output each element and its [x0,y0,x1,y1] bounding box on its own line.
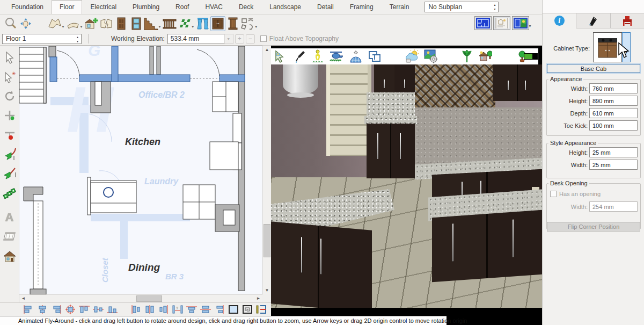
walkthrough-person-icon[interactable] [311,50,325,63]
has-an-opening-checkbox[interactable] [550,191,557,197]
render-3d-scene[interactable] [271,64,542,308]
floor-tile-tool-icon[interactable] [177,16,192,31]
tab-info[interactable]: i [543,13,576,28]
tab-floor[interactable]: Floor [52,0,82,14]
cabinet-type-thumbnail[interactable] [593,32,622,62]
floor-plan-2d-view[interactable]: G H [19,46,262,294]
floor-select[interactable]: Floor 1 ▲▼ [2,34,82,44]
scroll-left-arrow[interactable]: ◄ [19,295,27,302]
tab-deck[interactable]: Deck [231,0,261,14]
working-elevation-input[interactable]: 533.4 mm [167,34,224,44]
zoom-tool-icon[interactable] [3,16,18,31]
split-tool-icon[interactable] [2,125,18,145]
scroll-up-arrow[interactable]: ▲ [263,46,271,54]
elevation-plus-button[interactable]: + [235,34,244,44]
align-left-icon[interactable] [21,304,35,315]
select-alt-tool-icon[interactable]: ✳ [2,67,18,86]
space-custom-icon[interactable]: ? [171,304,185,315]
elevation-view-button[interactable] [493,16,510,30]
tab-landscape[interactable]: Landscape [261,0,309,14]
tab-hvac[interactable]: HVAC [197,0,230,14]
view-mode-caret[interactable]: ▼ [528,24,532,28]
landscape-chain-tool-icon[interactable] [2,183,18,203]
align-to-origin-icon[interactable] [63,304,77,315]
door-tool-icon[interactable] [114,16,129,31]
stairs-tool-caret[interactable]: ▼ [158,25,162,28]
align-bottom-icon[interactable] [105,304,119,315]
float-above-topography-checkbox[interactable] [260,35,267,42]
shapes-tool-icon[interactable] [240,16,255,31]
base-cab-button[interactable]: Base Cab [547,64,640,73]
depth-input[interactable] [589,108,638,118]
shapes-tool-caret[interactable]: ▼ [254,25,258,28]
material-eyedropper-icon[interactable] [292,50,306,63]
text-tool-icon[interactable]: A [2,208,18,227]
scroll-down-arrow[interactable]: ▼ [263,286,271,294]
tab-detail[interactable]: Detail [309,0,342,14]
trim-arc-tool-icon[interactable] [2,145,18,164]
tab-foundation[interactable]: Foundation [3,0,52,14]
add-room-tool-icon[interactable] [84,16,99,31]
plan-vertical-scrollbar[interactable]: ▲ ▼ [262,46,271,294]
plan-overlay-icon[interactable] [368,50,382,63]
render-settings-icon[interactable] [423,50,437,63]
width-input[interactable] [589,83,638,93]
window-tool-icon[interactable] [129,16,144,31]
railing-tool-icon[interactable] [162,16,177,31]
tab-electrical[interactable]: Electrical [82,0,125,14]
select-3d-icon[interactable] [273,50,287,63]
home-view-tool-icon[interactable] [2,247,18,266]
add-point-tool-icon[interactable] [2,106,18,125]
walkthrough-tool-icon[interactable] [2,227,18,247]
align-right-icon[interactable] [49,304,63,315]
align-top-icon[interactable] [77,304,91,315]
select-tool-icon[interactable] [2,48,18,67]
render-view-button[interactable] [512,16,529,30]
landscape-view-icon[interactable] [478,50,492,63]
wall-break-tool-icon[interactable] [99,16,114,31]
space-left-icon[interactable] [129,304,143,315]
measure-offset-icon[interactable] [254,304,268,315]
stairs-tool-icon[interactable] [144,16,159,31]
orbit-dome-icon[interactable] [349,50,363,63]
curtain-tool-icon[interactable] [195,16,210,31]
desk-width-input[interactable] [589,201,638,212]
wall-tool-icon[interactable] [47,16,62,31]
align-center-vertical-icon[interactable] [35,304,49,315]
cabinet-tool-icon[interactable] [210,16,225,31]
curved-wall-tool-icon[interactable] [65,16,80,31]
curved-wall-tool-caret[interactable]: ▼ [79,25,83,28]
tab-roof[interactable]: Roof [167,0,197,14]
space-right-icon[interactable] [157,304,171,315]
tab-furniture[interactable] [611,13,644,28]
working-elevation-dropdown[interactable]: ▼ [224,34,233,44]
tab-framing[interactable]: Framing [342,0,382,14]
tab-pen[interactable] [576,13,610,28]
scroll-thumb[interactable] [264,224,270,257]
stack-right-icon[interactable] [213,304,226,315]
stack-top-icon[interactable] [185,304,199,315]
plant-growth-slider[interactable] [524,50,538,63]
spinner-arrows-icon[interactable]: ▲▼ [76,35,79,44]
wall-tool-caret[interactable]: ▼ [61,25,65,28]
style-width-input[interactable] [589,160,638,170]
daylight-settings-icon[interactable] [405,50,419,63]
column-tool-icon[interactable] [225,16,240,31]
plan-view-button[interactable] [474,16,492,30]
rotate-tool-icon[interactable] [2,86,18,106]
plan-horizontal-scrollbar[interactable]: ◄ ► [19,294,262,302]
floor-tile-tool-caret[interactable]: ▼ [191,25,195,28]
distribute-horizontal-icon[interactable] [91,304,105,315]
scroll-right-arrow[interactable]: ► [254,295,262,302]
toe-kick-input[interactable] [589,120,638,131]
subplan-select[interactable]: No Subplan ▲▼ [425,2,499,12]
stack-middle-icon[interactable] [199,304,213,315]
render-3d-viewport[interactable] [271,46,542,325]
space-center-icon[interactable] [143,304,157,315]
fit-to-pattern-icon[interactable] [240,304,254,315]
tab-terrain[interactable]: Terrain [382,0,418,14]
scroll-thumb[interactable] [136,295,162,302]
elevation-minus-button[interactable]: − [246,34,255,44]
pan-tool-icon[interactable] [18,16,33,31]
fit-to-frame-icon[interactable] [226,304,240,315]
